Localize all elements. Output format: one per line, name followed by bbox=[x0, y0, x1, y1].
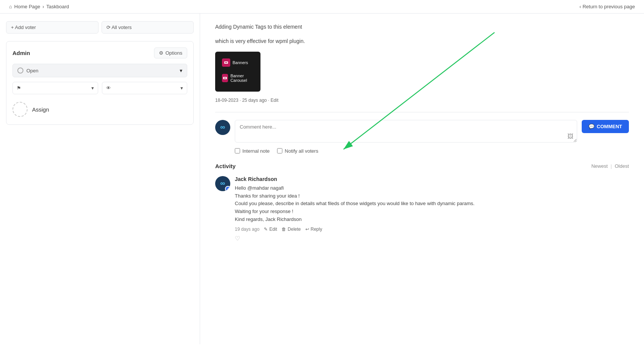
status-circle bbox=[17, 67, 23, 74]
card-item-banners-label: Banners bbox=[233, 60, 248, 65]
like-button[interactable]: ♡ bbox=[235, 235, 629, 242]
delete-icon: 🗑 bbox=[282, 227, 286, 232]
svg-rect-1 bbox=[225, 62, 227, 63]
post-text-2: which is very effective for wpml plugin. bbox=[215, 37, 629, 45]
comment-btn-label: COMMENT bbox=[597, 124, 622, 129]
card-item-banners: Banners bbox=[219, 56, 257, 69]
comment-text: Hello @mahdar nagafi Thanks for sharing … bbox=[235, 184, 629, 224]
card-item-carousel: Banner Carousel bbox=[219, 71, 257, 85]
notify-voters-label: Notify all voters bbox=[285, 148, 318, 154]
post-meta: 18-09-2023 · 25 days ago · Edit bbox=[215, 98, 629, 103]
comment-textarea[interactable] bbox=[235, 120, 577, 143]
delete-label: Delete bbox=[288, 227, 301, 232]
status-select[interactable]: Open ▾ bbox=[12, 64, 187, 77]
edit-icon: ✎ bbox=[264, 227, 268, 232]
return-label: Return to previous page bbox=[582, 4, 635, 9]
comment-line-1: Hello @mahdar nagafi bbox=[235, 185, 284, 191]
voter-bar: + Add voter ⟳ All voters bbox=[6, 21, 194, 34]
breadcrumb-taskboard[interactable]: Taskboard bbox=[46, 4, 69, 9]
comment-line-2: Thanks for sharing your idea ! bbox=[235, 193, 300, 199]
admin-section: Admin ⚙ Options Open ▾ ⚑ ▾ � bbox=[6, 41, 194, 125]
svg-rect-3 bbox=[224, 78, 226, 78]
admin-header: Admin ⚙ Options bbox=[12, 48, 187, 58]
notify-voters-input[interactable] bbox=[277, 148, 282, 153]
flag-dropdown[interactable]: ⚑ ▾ bbox=[12, 82, 98, 94]
sort-separator: | bbox=[610, 163, 612, 169]
comment-box-row: ∞ 🖼 💬 COMMENT bbox=[215, 120, 629, 144]
sort-oldest[interactable]: Oldest bbox=[615, 163, 629, 169]
post-date: 18-09-2023 · 25 days ago · bbox=[215, 98, 271, 103]
comment-button[interactable]: 💬 COMMENT bbox=[582, 120, 629, 133]
divider-1 bbox=[215, 112, 629, 112]
assign-avatar bbox=[12, 102, 28, 117]
comment-line-3: Could you please, describe in details wh… bbox=[235, 201, 475, 206]
eye-dropdown[interactable]: 👁 ▾ bbox=[102, 82, 188, 94]
carousel-icon bbox=[222, 74, 228, 82]
gear-icon: ⚙ bbox=[159, 50, 163, 56]
breadcrumb-separator: › bbox=[43, 4, 44, 9]
comment-input-wrap: 🖼 bbox=[235, 120, 577, 144]
reply-icon: ↩ bbox=[305, 227, 309, 232]
flag-row: ⚑ ▾ 👁 ▾ bbox=[12, 82, 187, 94]
checkboxes-row: Internal note Notify all voters bbox=[215, 148, 629, 154]
eye-chevron-icon: ▾ bbox=[180, 85, 183, 91]
return-link[interactable]: ‹ Return to previous page bbox=[579, 4, 635, 9]
comment-icon: 💬 bbox=[589, 124, 595, 129]
assign-row[interactable]: Assign bbox=[12, 100, 187, 118]
flag-chevron-icon: ▾ bbox=[91, 85, 94, 91]
comment-line-5: Kind regards, Jack Richardson bbox=[235, 216, 302, 222]
add-voter-button[interactable]: + Add voter bbox=[6, 21, 99, 34]
breadcrumb: ⌂ Home Page › Taskboard bbox=[9, 4, 69, 9]
sort-newest[interactable]: Newest bbox=[591, 163, 607, 169]
commenter-name: Jack Richardson bbox=[235, 176, 629, 182]
edit-link[interactable]: Edit bbox=[271, 98, 279, 103]
status-chevron-icon: ▾ bbox=[180, 67, 182, 74]
status-label: Open bbox=[26, 68, 39, 74]
card-item-carousel-label: Banner Carousel bbox=[230, 74, 254, 83]
eye-icon: 👁 bbox=[106, 85, 111, 91]
home-icon: ⌂ bbox=[9, 4, 12, 9]
all-voters-button[interactable]: ⟳ All voters bbox=[102, 21, 194, 34]
avatar-symbol: ∞ bbox=[220, 123, 225, 131]
banners-icon bbox=[222, 58, 230, 67]
flag-icon: ⚑ bbox=[17, 85, 21, 91]
reply-label: Reply bbox=[311, 227, 322, 232]
activity-item: ∞ ↺ Jack Richardson Hello @mahdar nagafi… bbox=[215, 176, 629, 242]
status-left: Open bbox=[17, 67, 39, 74]
current-user-avatar: ∞ bbox=[215, 120, 230, 135]
assign-label: Assign bbox=[32, 106, 49, 113]
main-content: Adding Dynamic Tags to this element whic… bbox=[200, 14, 644, 344]
internal-note-input[interactable] bbox=[235, 148, 240, 153]
activity-header: Activity Newest | Oldest bbox=[215, 163, 629, 169]
admin-title: Admin bbox=[12, 50, 30, 56]
commenter-badge: ↺ bbox=[225, 186, 230, 191]
internal-note-checkbox[interactable]: Internal note bbox=[235, 148, 270, 154]
activity-sort: Newest | Oldest bbox=[591, 163, 629, 169]
delete-comment-button[interactable]: 🗑 Delete bbox=[282, 227, 301, 232]
activity-content: Jack Richardson Hello @mahdar nagafi Tha… bbox=[235, 176, 629, 242]
breadcrumb-home[interactable]: Home Page bbox=[14, 4, 40, 9]
edit-comment-button[interactable]: ✎ Edit bbox=[264, 227, 277, 232]
image-card: Banners Banner Carousel bbox=[215, 52, 260, 92]
options-label: Options bbox=[165, 50, 182, 56]
internal-note-label: Internal note bbox=[242, 148, 270, 154]
comment-line-4: Waiting for your response ! bbox=[235, 208, 293, 214]
page-layout: + Add voter ⟳ All voters Admin ⚙ Options… bbox=[0, 14, 644, 344]
activity-title: Activity bbox=[215, 163, 236, 169]
options-button[interactable]: ⚙ Options bbox=[154, 48, 187, 58]
avatar-image: ∞ bbox=[215, 120, 230, 135]
reply-button[interactable]: ↩ Reply bbox=[305, 227, 322, 232]
commenter-avatar: ∞ ↺ bbox=[215, 176, 230, 191]
page-header: ⌂ Home Page › Taskboard ‹ Return to prev… bbox=[0, 0, 644, 14]
post-text-1: Adding Dynamic Tags to this element bbox=[215, 23, 629, 31]
edit-label: Edit bbox=[269, 227, 277, 232]
return-chevron: ‹ bbox=[579, 4, 581, 9]
activity-actions: 19 days ago ✎ Edit 🗑 Delete ↩ Reply bbox=[235, 227, 629, 232]
image-attach-icon[interactable]: 🖼 bbox=[567, 133, 573, 140]
comment-time: 19 days ago bbox=[235, 227, 259, 232]
sidebar: + Add voter ⟳ All voters Admin ⚙ Options… bbox=[0, 14, 200, 344]
commenter-avatar-symbol: ∞ bbox=[220, 179, 225, 187]
notify-voters-checkbox[interactable]: Notify all voters bbox=[277, 148, 318, 154]
